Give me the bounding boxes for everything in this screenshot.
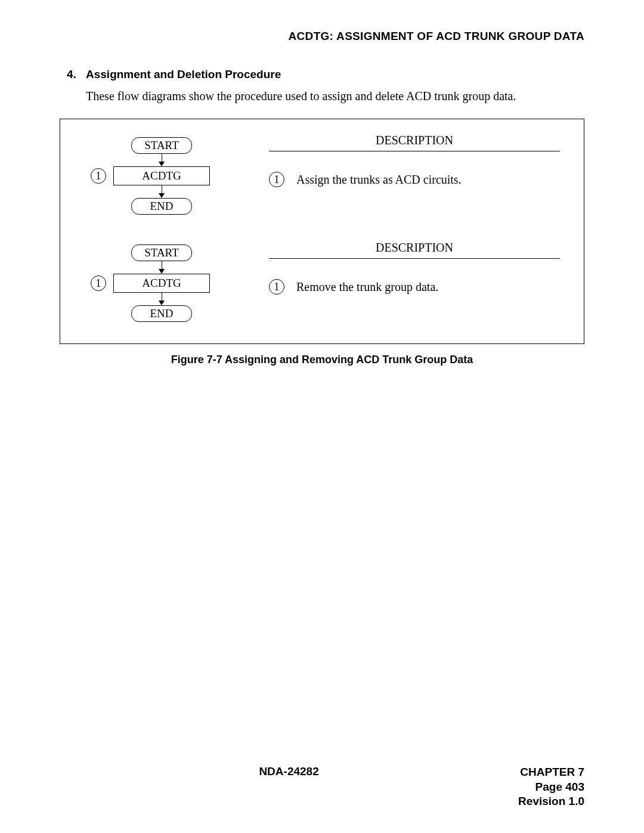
flow-connector xyxy=(159,293,165,305)
section-title: Assignment and Deletion Procedure xyxy=(86,68,281,80)
figure-box: START 1 ACDTG END DESCRIPTION 1 xyxy=(60,119,584,344)
flow-start: START xyxy=(131,137,192,154)
connector-line xyxy=(162,185,162,194)
flow-column: START 1 ACDTG END xyxy=(84,244,239,322)
flow-step: 1 ACDTG xyxy=(91,274,210,293)
description-text: Remove the trunk group data. xyxy=(296,280,438,294)
flow-step: 1 ACDTG xyxy=(91,166,210,185)
step-number-circle: 1 xyxy=(91,168,106,184)
connector-line xyxy=(162,154,162,162)
connector-arrow-icon xyxy=(159,301,165,305)
step-number-circle: 1 xyxy=(91,275,106,291)
flow-column: START 1 ACDTG END xyxy=(84,137,239,215)
description-number-circle: 1 xyxy=(269,172,284,187)
section-intro: These flow diagrams show the procedure u… xyxy=(86,89,584,103)
flow-block: START 1 ACDTG END DESCRIPTION 1 xyxy=(84,244,560,322)
flow-start: START xyxy=(131,244,192,261)
description-title: DESCRIPTION xyxy=(269,241,560,259)
footer-page: Page 403 xyxy=(518,780,584,795)
flow-end: END xyxy=(131,198,192,215)
connector-arrow-icon xyxy=(159,269,165,274)
connector-arrow-icon xyxy=(159,162,165,166)
flow-block: START 1 ACDTG END DESCRIPTION 1 xyxy=(84,137,560,215)
footer-doc-id: NDA-24282 xyxy=(60,765,518,809)
footer-chapter: CHAPTER 7 xyxy=(518,765,584,780)
description-row: 1 Remove the trunk group data. xyxy=(269,279,560,295)
flow-end: END xyxy=(131,305,192,322)
page-footer: NDA-24282 CHAPTER 7 Page 403 Revision 1.… xyxy=(60,765,584,809)
connector-arrow-icon xyxy=(159,193,165,198)
footer-revision: Revision 1.0 xyxy=(518,794,584,809)
connector-line xyxy=(162,261,162,270)
step-box: ACDTG xyxy=(113,166,210,185)
flow-connector xyxy=(159,154,165,166)
connector-line xyxy=(162,293,162,301)
description-column: DESCRIPTION 1 Assign the trunks as ACD c… xyxy=(269,134,560,215)
section-heading: 4.Assignment and Deletion Procedure xyxy=(67,68,584,81)
description-column: DESCRIPTION 1 Remove the trunk group dat… xyxy=(269,241,560,322)
description-number-circle: 1 xyxy=(269,279,284,295)
section-number: 4. xyxy=(67,68,86,81)
description-title: DESCRIPTION xyxy=(269,134,560,151)
description-row: 1 Assign the trunks as ACD circuits. xyxy=(269,172,560,187)
flow-connector xyxy=(159,261,165,274)
step-box: ACDTG xyxy=(113,274,210,293)
footer-right: CHAPTER 7 Page 403 Revision 1.0 xyxy=(518,765,584,809)
description-text: Assign the trunks as ACD circuits. xyxy=(296,173,462,187)
page-header-title: ACDTG: ASSIGNMENT OF ACD TRUNK GROUP DAT… xyxy=(60,30,584,43)
section: 4.Assignment and Deletion Procedure Thes… xyxy=(60,68,584,103)
page: ACDTG: ASSIGNMENT OF ACD TRUNK GROUP DAT… xyxy=(0,0,644,833)
flow-connector xyxy=(159,185,165,198)
figure-caption: Figure 7-7 Assigning and Removing ACD Tr… xyxy=(60,354,584,366)
